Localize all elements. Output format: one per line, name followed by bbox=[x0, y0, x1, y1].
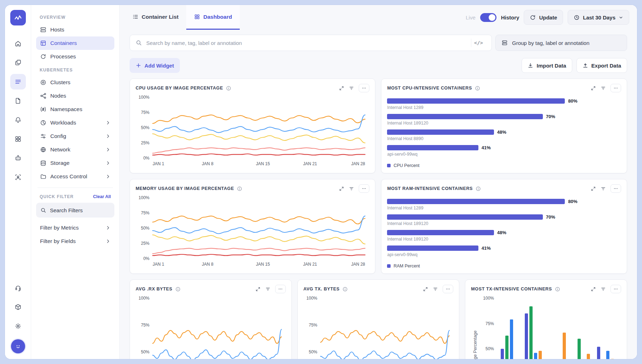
add-widget-button[interactable]: Add Widget bbox=[130, 58, 180, 73]
sidebar-item-namespaces[interactable]: Namespaces bbox=[36, 103, 114, 116]
sidebar-item-workloads[interactable]: Workloads bbox=[36, 116, 114, 129]
svg-text:50%: 50% bbox=[485, 346, 494, 351]
sidebar-item-hosts[interactable]: Hosts bbox=[36, 23, 114, 36]
import-icon bbox=[528, 63, 533, 68]
hosts-icon bbox=[40, 27, 46, 33]
expand-icon[interactable] bbox=[339, 86, 344, 91]
tab-dashboard[interactable]: Dashboard bbox=[186, 5, 240, 30]
sidebar-item-containers[interactable]: Containers bbox=[36, 36, 114, 50]
sidebar-item-label: Config bbox=[50, 133, 66, 139]
queue-icon[interactable] bbox=[10, 74, 26, 89]
sidebar-item-nodes[interactable]: Nodes bbox=[36, 89, 114, 103]
bar bbox=[387, 98, 565, 104]
bar bbox=[387, 145, 478, 150]
expand-icon[interactable] bbox=[255, 287, 261, 292]
more-menu-icon[interactable] bbox=[610, 84, 621, 92]
app-logo bbox=[10, 10, 26, 25]
actions-row: Add Widget Import Data Export Data bbox=[130, 58, 627, 73]
update-label: Update bbox=[539, 15, 557, 21]
filter-icon[interactable] bbox=[349, 86, 354, 91]
widget-title: MEMORY USAGE BY IMAGE PERCENTAGE bbox=[136, 186, 234, 191]
group-by-button[interactable]: Group by tag, label or annotation bbox=[495, 35, 627, 51]
svg-text:JAN 8: JAN 8 bbox=[202, 161, 214, 166]
user-scan-icon[interactable] bbox=[10, 169, 26, 185]
bar-value: 48% bbox=[497, 129, 506, 135]
sidebar-item-storage[interactable]: Storage bbox=[36, 156, 114, 170]
expand-icon[interactable] bbox=[423, 287, 428, 292]
tab-container-list[interactable]: Container List bbox=[125, 5, 186, 30]
tab-label: Container List bbox=[142, 14, 178, 20]
search-filters-input[interactable]: Search Filters bbox=[36, 203, 114, 218]
expand-icon[interactable] bbox=[591, 186, 596, 191]
filter-icon[interactable] bbox=[601, 186, 606, 191]
more-menu-icon[interactable] bbox=[359, 84, 369, 92]
dashboard-grid-icon bbox=[194, 14, 200, 20]
home-icon[interactable] bbox=[10, 36, 26, 51]
clear-all-link[interactable]: Clear All bbox=[93, 194, 111, 199]
grouped-bar-chart-svg: Usage Percentage100%75%50%25% bbox=[471, 295, 621, 359]
history-label[interactable]: History bbox=[501, 15, 519, 21]
widget-header: AVG TX. BYTES bbox=[303, 285, 454, 293]
sidebar-item-access-control[interactable]: Access Control bbox=[36, 170, 114, 183]
info-icon[interactable] bbox=[476, 186, 481, 191]
package-icon[interactable] bbox=[10, 299, 26, 315]
expand-icon[interactable] bbox=[339, 186, 344, 191]
user-avatar[interactable] bbox=[11, 339, 25, 353]
settings-icon[interactable] bbox=[10, 318, 26, 334]
sidebar-item-filter-by-metrics[interactable]: Filter by Metrics bbox=[36, 221, 114, 235]
sidebar-item-clusters[interactable]: Clusters bbox=[36, 76, 114, 89]
filter-icon[interactable] bbox=[349, 186, 354, 191]
info-icon[interactable] bbox=[226, 86, 231, 91]
import-data-button[interactable]: Import Data bbox=[522, 58, 572, 73]
expand-icon[interactable] bbox=[591, 86, 596, 91]
sidebar-item-network[interactable]: Network bbox=[36, 143, 114, 156]
svg-text:50%: 50% bbox=[141, 226, 149, 231]
widget-header: MOST RAM-INTENSIVE CONTAINERS bbox=[387, 184, 621, 193]
svg-text:50%: 50% bbox=[141, 125, 149, 130]
info-icon[interactable] bbox=[175, 287, 181, 292]
live-history-toggle[interactable] bbox=[480, 13, 496, 22]
update-button[interactable]: Update bbox=[524, 10, 563, 25]
section-label-kubernetes: KUBERNETES bbox=[40, 68, 111, 73]
more-menu-icon[interactable] bbox=[443, 285, 453, 293]
plus-icon bbox=[136, 63, 141, 68]
sidebar-item-filter-by-fields[interactable]: Filter by Fields bbox=[36, 235, 114, 248]
svg-text:JAN 28: JAN 28 bbox=[351, 161, 365, 166]
series-line-blue bbox=[153, 216, 365, 234]
bar bbox=[387, 199, 565, 204]
apps-icon[interactable] bbox=[10, 131, 26, 147]
support-icon[interactable] bbox=[10, 280, 26, 296]
sidebar-item-processes[interactable]: Processes bbox=[36, 50, 114, 63]
info-icon[interactable] bbox=[555, 287, 560, 292]
date-range-button[interactable]: Last 30 Days bbox=[568, 10, 629, 25]
sidebar-item-label: Filter by Fields bbox=[40, 238, 76, 244]
search-input[interactable] bbox=[146, 40, 467, 46]
containers-icon[interactable] bbox=[10, 55, 26, 70]
document-icon[interactable] bbox=[10, 93, 26, 109]
export-data-button[interactable]: Export Data bbox=[576, 58, 627, 73]
info-icon[interactable] bbox=[475, 86, 480, 91]
more-menu-icon[interactable] bbox=[359, 184, 369, 193]
sidebar-item-label: Clusters bbox=[50, 79, 70, 86]
info-icon[interactable] bbox=[342, 287, 348, 292]
line-chart-svg: 100%75%50%25%0%JAN 1JAN 8JAN 15JAN 21JAN… bbox=[136, 94, 369, 168]
filter-icon[interactable] bbox=[601, 287, 606, 292]
legend-label: RAM Percent bbox=[393, 264, 420, 268]
bar-label: api-serv0-99wq bbox=[387, 252, 621, 257]
bar-value: 80% bbox=[568, 98, 577, 104]
code-filter-icon[interactable]: </> bbox=[471, 39, 486, 47]
export-data-label: Export Data bbox=[591, 63, 621, 69]
filter-icon[interactable] bbox=[265, 287, 271, 292]
filter-icon[interactable] bbox=[433, 287, 438, 292]
sidebar-item-config[interactable]: Config bbox=[36, 129, 114, 143]
filter-icon[interactable] bbox=[601, 86, 606, 91]
live-label[interactable]: Live bbox=[466, 15, 476, 21]
sidebar-item-label: Hosts bbox=[50, 27, 64, 33]
assistant-icon[interactable] bbox=[10, 150, 26, 166]
more-menu-icon[interactable] bbox=[610, 285, 621, 293]
more-menu-icon[interactable] bbox=[275, 285, 286, 293]
more-menu-icon[interactable] bbox=[610, 184, 621, 193]
info-icon[interactable] bbox=[237, 186, 242, 191]
expand-icon[interactable] bbox=[591, 287, 596, 292]
alerts-icon[interactable] bbox=[10, 112, 26, 128]
